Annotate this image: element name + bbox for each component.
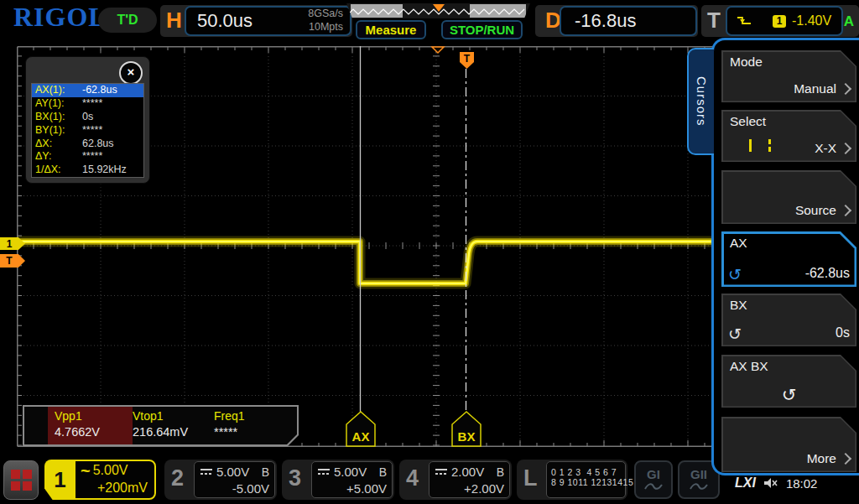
falling-edge-icon <box>736 14 752 28</box>
menu-grid-icon <box>11 470 32 491</box>
horizontal-settings[interactable]: H 50.0us 8GSa/s 10Mpts <box>160 5 352 37</box>
sample-rate: 8GSa/s <box>308 8 343 19</box>
logic-analyzer-status[interactable]: L 0 1 2 3 4 5 6 7 8 9 1011 12131415 <box>517 460 627 500</box>
measure-button[interactable]: Measure <box>356 20 426 39</box>
dashed-cursor-icon <box>768 139 771 152</box>
clock: 18:02 <box>786 476 818 491</box>
trigger-delay-badge-label: T <box>464 53 471 65</box>
cursor-row-dy: ΔY:***** <box>32 150 143 164</box>
dc-coupling-icon <box>200 468 213 476</box>
trigger-box[interactable]: 1 -1.40V <box>726 6 843 36</box>
meas-value-vpp: 4.7662V <box>55 425 100 439</box>
trigger-status-badge: T'D <box>98 8 157 33</box>
delay-box[interactable]: -16.8us <box>560 6 697 36</box>
ch4-bandwidth: B <box>497 465 504 479</box>
delay-settings[interactable]: D -16.8us <box>535 5 698 37</box>
menu-item-ax-bx[interactable]: AX BX ↺ <box>721 355 856 408</box>
close-icon[interactable]: × <box>119 61 143 85</box>
sine-wave-icon <box>689 482 709 491</box>
top-status-bar: RIGOL T'D H 50.0us 8GSa/s 10Mpts Measure… <box>0 0 859 42</box>
menu-item-select[interactable]: Select X-X <box>721 110 856 162</box>
speaker-muted-icon[interactable] <box>763 477 778 489</box>
channel-4-status[interactable]: 4 2.00V B +2.00V <box>399 460 512 500</box>
solid-cursor-icon <box>749 139 752 152</box>
oscilloscope-screen: RIGOL T'D H 50.0us 8GSa/s 10Mpts Measure… <box>0 0 859 504</box>
channel-3-status[interactable]: 3 5.00V B +5.00V <box>282 460 394 500</box>
generator-1-button[interactable]: GI <box>634 460 673 499</box>
menu-item-mode[interactable]: Mode Manual <box>721 50 856 102</box>
meas-value-freq: ***** <box>214 425 237 439</box>
menu-tab-cursors[interactable]: Cursors <box>687 48 714 155</box>
ch1-scale: 5.00V <box>93 463 128 478</box>
ch2-number: 2 <box>171 465 184 491</box>
svg-text:BX: BX <box>458 429 476 444</box>
knob-icon: ↺ <box>728 267 742 283</box>
ch1-offset: +200mV <box>97 481 148 496</box>
cursor-bx-label[interactable]: BX <box>452 412 481 446</box>
meas-label-vpp: Vpp1 <box>55 409 82 423</box>
main-menu-button[interactable] <box>3 460 39 500</box>
chevron-right-icon <box>840 205 851 216</box>
ac-coupling-icon: ~ <box>81 465 91 476</box>
menu-item-source[interactable]: Source <box>721 170 856 224</box>
ch4-number: 4 <box>406 465 419 491</box>
trigger-source-badge: 1 <box>773 15 786 28</box>
chevron-right-icon <box>840 143 851 154</box>
measurement-panel[interactable]: Vpp1 4.7662V Vtop1 216.64mV Freq1 ***** <box>23 405 299 446</box>
lxi-logo: LXI <box>735 475 756 491</box>
dc-coupling-icon <box>317 468 331 476</box>
memory-depth: 10Mpts <box>309 21 343 33</box>
channel-2-status[interactable]: 2 5.00V B -5.00V <box>164 460 277 500</box>
center-position-icon <box>432 47 444 53</box>
delay-value: -16.8us <box>575 10 636 32</box>
svg-text:AX: AX <box>352 429 370 444</box>
dc-coupling-icon <box>435 468 448 476</box>
rotate-icon: ↺ <box>782 386 797 403</box>
ch3-scale: 5.00V <box>334 465 367 479</box>
ch3-offset: +5.00V <box>346 481 387 496</box>
ch3-number: 3 <box>289 465 301 491</box>
ch1-number: 1 <box>44 460 75 500</box>
trigger-mode: A <box>844 13 854 30</box>
ch2-bandwidth: B <box>262 465 269 479</box>
ch4-scale: 2.00V <box>451 465 484 479</box>
cursor-readout-list: AX(1):-62.8us AY(1):***** BX(1):0s BY(1)… <box>31 83 144 178</box>
cursors-menu-panel: Mode Manual Select X-X Source AX ↺ -62.8… <box>711 38 859 475</box>
cursor-row-ay: AY(1):***** <box>32 97 143 111</box>
menu-item-ax[interactable]: AX ↺ -62.8us <box>721 231 856 287</box>
menu-item-bx[interactable]: BX ↺ 0s <box>721 294 856 346</box>
trigger-settings[interactable]: T 1 -1.40V A <box>701 5 859 37</box>
ch3-bandwidth: B <box>379 465 387 479</box>
cursor-row-ax: AX(1):-62.8us <box>32 84 143 97</box>
chevron-right-icon <box>840 83 851 95</box>
record-trigger-marker-icon <box>433 4 445 12</box>
sine-wave-icon <box>643 482 664 491</box>
cursor-ax-label[interactable]: AX <box>346 412 375 446</box>
meas-label-freq: Freq1 <box>214 409 245 423</box>
timebase-box[interactable]: 50.0us 8GSa/s 10Mpts <box>185 6 351 36</box>
cursor-row-by: BY(1):***** <box>32 124 143 138</box>
delay-label: D <box>545 8 561 34</box>
ch2-scale: 5.00V <box>216 465 249 479</box>
menu-item-more[interactable]: More <box>721 417 856 472</box>
channel-1-status[interactable]: 1 ~ 5.00V +200mV <box>44 460 156 500</box>
chevron-right-icon <box>840 453 851 465</box>
cursor-row-dx: ΔX:62.8us <box>32 138 143 151</box>
la-digits-row2: 8 9 1011 12131415 <box>551 475 625 491</box>
ch4-offset: +2.00V <box>464 481 504 496</box>
rigol-logo: RIGOL <box>13 2 107 33</box>
meas-value-vtop: 216.64mV <box>133 425 188 439</box>
knob-icon: ↺ <box>728 326 742 342</box>
system-status: LXI 18:02 <box>735 475 817 491</box>
timebase-value: 50.0us <box>197 10 252 32</box>
ch1-trace <box>18 242 716 283</box>
cursor-row-bx: BX(1):0s <box>32 111 143 124</box>
ch2-offset: -5.00V <box>232 481 269 496</box>
meas-label-vtop: Vtop1 <box>133 409 164 423</box>
trigger-level-value: -1.40V <box>792 13 831 29</box>
acquisition-info: 8GSa/s 10Mpts <box>308 8 343 34</box>
cursor-readout-panel[interactable]: × AX(1):-62.8us AY(1):***** BX(1):0s BY(… <box>25 56 150 184</box>
stop-run-button[interactable]: STOP/RUN <box>441 20 523 39</box>
la-label: L <box>523 465 538 491</box>
cursor-row-freq: 1/ΔX:15.92kHz <box>32 164 143 177</box>
